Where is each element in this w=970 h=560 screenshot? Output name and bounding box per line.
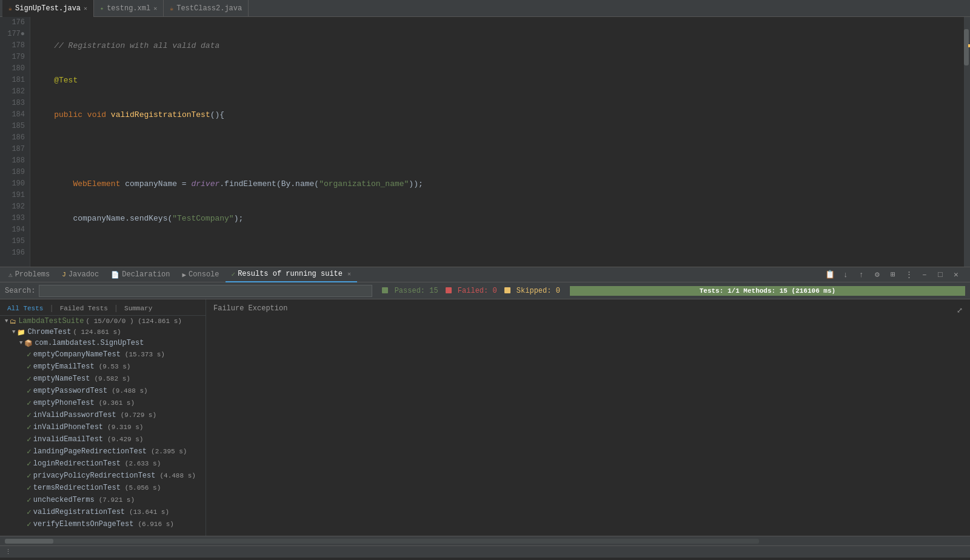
chrome-stats: ( 124.861 s) bbox=[73, 328, 121, 336]
ln-186: 186 bbox=[5, 132, 25, 144]
test-item-0[interactable]: ✓ emptyCompanyNameTest (15.373 s) bbox=[0, 348, 206, 361]
test-time-5: (9.729 s) bbox=[121, 412, 156, 419]
editor-scrollbar[interactable] bbox=[964, 17, 970, 267]
test-pass-icon-5: ✓ bbox=[27, 410, 32, 420]
all-tests-btn[interactable]: All Tests bbox=[5, 304, 45, 313]
problems-icon: ⚠ bbox=[8, 271, 13, 279]
panel-down-btn[interactable]: ↓ bbox=[839, 268, 852, 281]
ln-187: 187 bbox=[5, 144, 25, 155]
ln-191: 191 bbox=[5, 190, 25, 201]
test-item-12[interactable]: ✓ uncheckedTerms (7.921 s) bbox=[0, 494, 206, 506]
code-176: // Registration with all valid data bbox=[35, 40, 959, 52]
test-tree: All Tests | Failed Tests | Summary ▼ 🗂 L… bbox=[0, 299, 206, 536]
ln-185: 185 bbox=[5, 121, 25, 132]
ln-182: 182 bbox=[5, 86, 25, 98]
tab-declaration[interactable]: 📄 Declaration bbox=[105, 267, 176, 282]
tab-bar: ☕ SignUpTest.java ✕ ✦ testng.xml ✕ ☕ Tes… bbox=[0, 0, 970, 17]
panel-up-btn[interactable]: ↑ bbox=[855, 268, 868, 281]
package-row[interactable]: ▼ 📦 com.lambdatest.SignUpTest bbox=[0, 338, 206, 348]
panel-close-btn[interactable]: ✕ bbox=[949, 268, 963, 281]
line-numbers: 176 177● 178 179 180 181 182 183 184 185… bbox=[0, 17, 30, 267]
tab-testng[interactable]: ✦ testng.xml ✕ bbox=[94, 0, 164, 17]
progress-bar: Tests: 1/1 Methods: 15 (216106 ms) bbox=[570, 286, 965, 296]
tab-console-label: Console bbox=[189, 270, 219, 279]
test-name-1: emptyEmailTest bbox=[33, 362, 95, 371]
tab-results-close[interactable]: ✕ bbox=[347, 270, 351, 278]
tab-signup-close[interactable]: ✕ bbox=[84, 5, 87, 12]
test-item-8[interactable]: ✓ landingPageRedirectionTest (2.395 s) bbox=[0, 445, 206, 458]
search-label: Search: bbox=[5, 287, 35, 295]
test-item-6[interactable]: ✓ inValidPhoneTest (9.319 s) bbox=[0, 421, 206, 433]
test-pass-icon-8: ✓ bbox=[27, 447, 32, 456]
tab-javadoc[interactable]: J Javadoc bbox=[56, 267, 105, 282]
code-180: WebElement companyName = driver.findElem… bbox=[35, 178, 959, 190]
horizontal-scrollbar[interactable] bbox=[0, 536, 970, 545]
panel-min-btn[interactable]: – bbox=[918, 268, 931, 281]
suite-row[interactable]: ▼ 🗂 LambdaTestSuite ( 15/0/0/0 ) (124.86… bbox=[0, 316, 206, 327]
test-item-13[interactable]: ✓ validRegistrationTest (13.641 s) bbox=[0, 506, 206, 518]
code-editor[interactable]: // Registration with all valid data @Tes… bbox=[30, 17, 964, 267]
package-icon: 📦 bbox=[24, 339, 33, 347]
test-name-8: landingPageRedirectionTest bbox=[33, 447, 147, 456]
test-name-2: emptyNameTest bbox=[33, 375, 90, 383]
summary-btn[interactable]: Summary bbox=[122, 304, 155, 313]
test-item-7[interactable]: ✓ invalidEmailTest (9.429 s) bbox=[0, 433, 206, 445]
tab-problems[interactable]: ⚠ Problems bbox=[2, 267, 56, 282]
tab-signup[interactable]: ☕ SignUpTest.java ✕ bbox=[2, 0, 94, 17]
progress-label: Tests: 1/1 Methods: 15 (216106 ms) bbox=[700, 287, 835, 295]
test-time-11: (5.056 s) bbox=[125, 484, 161, 492]
test-item-3[interactable]: ✓ emptyPasswordTest (9.488 s) bbox=[0, 385, 206, 397]
test-item-5[interactable]: ✓ inValidPasswordTest (9.729 s) bbox=[0, 409, 206, 421]
search-bar: Search: Passed: 15 Failed: 0 Skipped: 0 … bbox=[0, 282, 970, 299]
suite-stats: ( 15/0/0/0 ) (124.861 s) bbox=[85, 318, 181, 325]
tab-testclass2[interactable]: ☕ TestClass2.java bbox=[164, 0, 249, 17]
test-item-2[interactable]: ✓ emptyNameTest (9.582 s) bbox=[0, 373, 206, 385]
test-item-4[interactable]: ✓ emptyPhoneTest (9.361 s) bbox=[0, 397, 206, 409]
javadoc-icon: J bbox=[62, 271, 66, 278]
panel-settings-btn[interactable]: ⋮ bbox=[902, 268, 915, 281]
status-text: ⋮ bbox=[5, 548, 12, 556]
status-bar: ⋮ bbox=[0, 545, 970, 558]
test-name-12: uncheckedTerms bbox=[33, 496, 95, 504]
search-input[interactable] bbox=[39, 285, 372, 297]
test-time-2: (9.582 s) bbox=[94, 375, 130, 382]
test-name-11: termsRedirectionTest bbox=[33, 484, 121, 492]
ln-194: 194 bbox=[5, 224, 25, 236]
panel-right-icons: 📋 ↓ ↑ ⚙ ⊞ ⋮ – □ ✕ bbox=[823, 268, 968, 281]
test-name-9: loginRedirectionTest bbox=[33, 459, 121, 468]
test-pass-icon-10: ✓ bbox=[27, 471, 32, 481]
tab-results[interactable]: ✓ Results of running suite ✕ bbox=[226, 267, 357, 282]
panel-new-btn[interactable]: 📋 bbox=[823, 268, 837, 281]
package-name: com.lambdatest.SignUpTest bbox=[35, 339, 144, 347]
skipped-dot bbox=[504, 287, 510, 293]
test-item-14[interactable]: ✓ verifyElemntsOnPageTest (6.916 s) bbox=[0, 518, 206, 530]
tab-testng-close[interactable]: ✕ bbox=[153, 5, 157, 12]
tab-console[interactable]: ▶ Console bbox=[176, 267, 225, 282]
failure-maximize-btn[interactable]: ⤢ bbox=[957, 306, 963, 315]
test-item-10[interactable]: ✓ privacyPolicyRedirectionTest (4.488 s) bbox=[0, 470, 206, 482]
test-item-1[interactable]: ✓ emptyEmailTest (9.53 s) bbox=[0, 361, 206, 373]
ln-195: 195 bbox=[5, 236, 25, 247]
ln-190: 190 bbox=[5, 178, 25, 190]
failed-tests-btn[interactable]: Failed Tests bbox=[58, 304, 110, 313]
test-item-11[interactable]: ✓ termsRedirectionTest (5.056 s) bbox=[0, 482, 206, 494]
panel-max-btn[interactable]: □ bbox=[934, 268, 947, 281]
test-pass-icon-2: ✓ bbox=[27, 374, 32, 384]
failure-title: Failure Exception bbox=[213, 304, 287, 313]
panel-filter-btn[interactable]: ⊞ bbox=[886, 268, 900, 281]
test-time-9: (2.633 s) bbox=[125, 460, 161, 467]
test-name-10: privacyPolicyRedirectionTest bbox=[33, 472, 156, 480]
ln-188: 188 bbox=[5, 155, 25, 167]
chrome-name: ChromeTest bbox=[27, 328, 71, 336]
declaration-icon: 📄 bbox=[111, 271, 119, 279]
panel-config-btn[interactable]: ⚙ bbox=[871, 268, 884, 281]
test-time-10: (4.488 s) bbox=[159, 472, 195, 479]
chrome-test-row[interactable]: ▼ 📁 ChromeTest ( 124.861 s) bbox=[0, 327, 206, 338]
ln-184: 184 bbox=[5, 109, 25, 121]
tab-declaration-label: Declaration bbox=[122, 270, 170, 279]
ln-179: 179 bbox=[5, 52, 25, 63]
test-item-9[interactable]: ✓ loginRedirectionTest (2.633 s) bbox=[0, 458, 206, 470]
test-pass-icon-1: ✓ bbox=[27, 362, 32, 372]
ln-192: 192 bbox=[5, 201, 25, 213]
test-name-4: emptyPhoneTest bbox=[33, 399, 95, 407]
